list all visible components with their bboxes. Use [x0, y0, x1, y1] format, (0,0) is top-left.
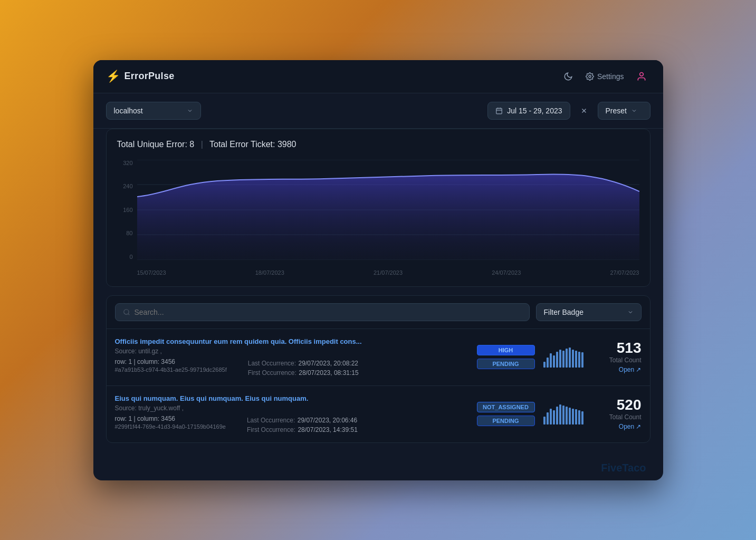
- preset-dropdown[interactable]: Preset: [598, 102, 650, 120]
- filter-chevron-icon: [627, 309, 634, 315]
- preset-label: Preset: [606, 107, 627, 115]
- chart-total-tickets: Total Error Ticket: 3980: [209, 140, 296, 149]
- logo-icon: ⚡: [106, 70, 120, 83]
- search-input[interactable]: [135, 308, 522, 316]
- last-occ-value-2: 29/07/2023, 20:06:46: [298, 417, 357, 424]
- error-id-col-2: row: 1 | column: 3456 #299f1f44-769e-41d…: [115, 415, 226, 434]
- x-label-5: 27/07/2023: [610, 269, 639, 276]
- date-range-button[interactable]: Jul 15 - 29, 2023: [487, 102, 570, 120]
- svg-point-13: [123, 309, 128, 314]
- filter-badge-label: Filter Badge: [544, 308, 623, 316]
- main-window: ⚡ ErrorPulse Settings: [93, 60, 663, 480]
- svg-rect-2: [496, 108, 502, 114]
- mini-chart-1: [543, 346, 586, 368]
- calendar-icon: [495, 107, 503, 114]
- error-count-2: 520 Total Count Open ↗: [594, 398, 642, 431]
- chevron-down-icon: [187, 108, 193, 114]
- svg-point-1: [639, 72, 643, 76]
- first-occ-label-1: First Occurrence:: [248, 369, 296, 377]
- error-source-1: Source: until.gz ,: [115, 348, 468, 355]
- y-label-80: 80: [117, 230, 133, 236]
- error-badges-1: HIGH PENDING: [477, 345, 535, 369]
- last-occ-label-1: Last Occurrence:: [248, 360, 296, 367]
- error-badges-2: NOT_ASSIGNED PENDING: [477, 402, 535, 426]
- footer-brand: FiveTaco: [93, 456, 663, 480]
- error-row-col-1: row: 1 | column: 3456: [115, 358, 227, 365]
- count-label-2: Total Count: [594, 413, 642, 421]
- error-details-1: row: 1 | column: 3456 #a7a91b53-c974-4b3…: [115, 358, 468, 377]
- search-icon: [123, 308, 130, 316]
- first-occ-value-1: 28/07/2023, 08:31:15: [299, 369, 358, 377]
- search-wrapper: [115, 303, 530, 321]
- error-count-1: 513 Total Count Open ↗: [594, 341, 642, 374]
- host-dropdown[interactable]: localhost: [106, 102, 201, 120]
- area-chart-svg: [137, 160, 639, 260]
- x-label-4: 24/07/2023: [492, 269, 521, 276]
- error-title-2: Eius qui numquam. Eius qui numquam. Eius…: [115, 394, 468, 402]
- error-source-2: Source: truly_yuck.woff ,: [115, 404, 468, 412]
- date-range-value: Jul 15 - 29, 2023: [507, 107, 562, 115]
- chart-x-axis: 15/07/2023 18/07/2023 21/07/2023 24/07/2…: [137, 269, 639, 276]
- toolbar: localhost Jul 15 - 29, 2023 Preset: [93, 93, 663, 129]
- host-value: localhost: [114, 107, 183, 115]
- error-row-col-2: row: 1 | column: 3456: [115, 415, 226, 422]
- close-icon: [580, 107, 588, 114]
- last-occ-value-1: 29/07/2023, 20:08:22: [299, 360, 358, 367]
- brand-name: FiveTaco: [601, 462, 646, 474]
- error-occurrence-col-2: Last Occurrence: 29/07/2023, 20:06:46 Fi…: [247, 415, 358, 434]
- filter-badge-dropdown[interactable]: Filter Badge: [536, 303, 642, 321]
- logo-area: ⚡ ErrorPulse: [106, 70, 175, 83]
- error-title-1: Officiis impedit consequuntur eum rem qu…: [115, 338, 468, 345]
- chart-section: Total Unique Error: 8 | Total Error Tick…: [106, 129, 650, 287]
- y-label-320: 320: [117, 160, 133, 166]
- mini-chart-2: [543, 403, 586, 425]
- chart-y-axis: 320 240 160 80 0: [117, 160, 133, 260]
- y-label-240: 240: [117, 183, 133, 189]
- last-occurrence-1: Last Occurrence: 29/07/2023, 20:08:22: [248, 358, 359, 368]
- chart-svg-area: [137, 160, 639, 260]
- first-occ-label-2: First Occurrence:: [247, 426, 295, 433]
- settings-label: Settings: [597, 72, 624, 81]
- last-occ-label-2: Last Occurrence:: [247, 417, 295, 424]
- theme-toggle-button[interactable]: [559, 68, 577, 85]
- x-label-1: 15/07/2023: [137, 269, 166, 276]
- first-occurrence-1: First Occurrence: 28/07/2023, 08:31:15: [248, 368, 359, 377]
- error-id-col-1: row: 1 | column: 3456 #a7a91b53-c974-4b3…: [115, 358, 227, 377]
- error-list-section: Filter Badge Officiis impedit consequunt…: [106, 295, 650, 443]
- open-link-2[interactable]: Open ↗: [619, 423, 642, 430]
- severity-badge-1: HIGH: [477, 345, 535, 355]
- svg-line-14: [128, 313, 129, 315]
- status-badge-1: PENDING: [477, 359, 535, 369]
- settings-button[interactable]: Settings: [586, 72, 624, 81]
- open-link-1[interactable]: Open ↗: [619, 366, 642, 373]
- clear-date-button[interactable]: [577, 103, 591, 118]
- error-occurrence-col-1: Last Occurrence: 29/07/2023, 20:08:22 Fi…: [248, 358, 359, 377]
- header-right: Settings: [559, 68, 650, 85]
- y-label-160: 160: [117, 207, 133, 213]
- error-details-2: row: 1 | column: 3456 #299f1f44-769e-41d…: [115, 415, 468, 434]
- header: ⚡ ErrorPulse Settings: [93, 60, 663, 93]
- error-hash-2: #299f1f44-769e-41d3-94a0-17159b04169e: [115, 423, 226, 430]
- x-label-2: 18/07/2023: [255, 269, 284, 276]
- error-row-2: Eius qui numquam. Eius qui numquam. Eius…: [107, 386, 650, 442]
- y-label-0: 0: [117, 254, 133, 260]
- status-badge-2: PENDING: [477, 416, 535, 426]
- chart-unique-errors: Total Unique Error: 8: [117, 140, 195, 149]
- count-number-1: 513: [594, 341, 642, 355]
- error-row: Officiis impedit consequuntur eum rem qu…: [107, 329, 650, 386]
- count-number-2: 520: [594, 398, 642, 412]
- severity-badge-2: NOT_ASSIGNED: [477, 402, 535, 412]
- search-filter-bar: Filter Badge: [107, 296, 650, 329]
- error-main-info-1: Officiis impedit consequuntur eum rem qu…: [115, 338, 468, 377]
- app-name: ErrorPulse: [125, 71, 175, 82]
- preset-chevron-icon: [631, 108, 637, 114]
- error-main-info-2: Eius qui numquam. Eius qui numquam. Eius…: [115, 394, 468, 434]
- x-label-3: 21/07/2023: [374, 269, 403, 276]
- svg-point-0: [589, 75, 591, 78]
- chart-title: Total Unique Error: 8 | Total Error Tick…: [117, 140, 639, 149]
- first-occurrence-2: First Occurrence: 28/07/2023, 14:39:51: [247, 425, 358, 434]
- last-occurrence-2: Last Occurrence: 29/07/2023, 20:06:46: [247, 415, 358, 425]
- chart-container: 320 240 160 80 0: [117, 160, 639, 276]
- first-occ-value-2: 28/07/2023, 14:39:51: [298, 426, 357, 433]
- user-profile-button[interactable]: [633, 68, 650, 85]
